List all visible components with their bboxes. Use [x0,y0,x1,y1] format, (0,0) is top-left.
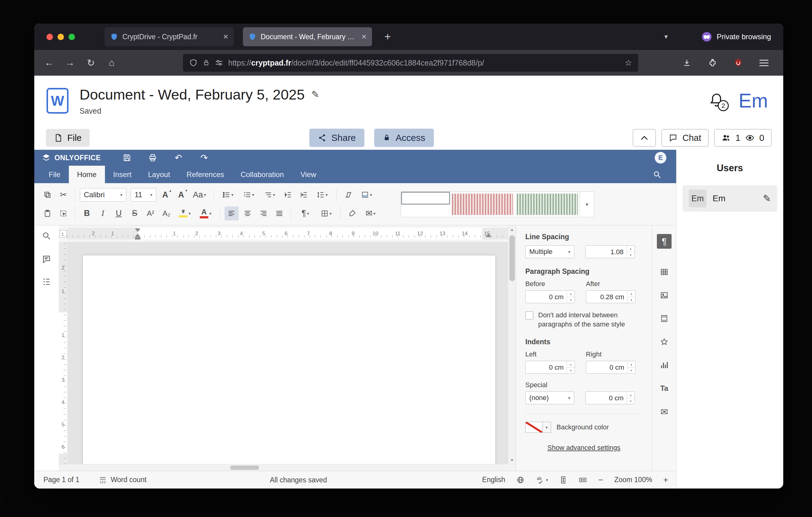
horizontal-scroll-thumb[interactable] [230,466,259,470]
shield-icon[interactable] [189,58,198,67]
comments-icon[interactable] [40,253,53,265]
spin-up-icon[interactable]: ▴ [627,392,635,398]
bullets-icon[interactable]: ▾ [219,188,237,202]
scroll-up-icon[interactable]: ▲ [508,225,516,234]
save-icon[interactable] [120,151,134,164]
font-name-select[interactable]: Calibri ▾ [80,188,126,201]
multilevel-list-icon[interactable]: ▾ [260,188,279,202]
home-icon[interactable]: ⌂ [103,54,120,72]
bold-icon[interactable]: B [80,207,94,220]
browser-tab-cryptdrive[interactable]: CryptDrive - CryptPad.fr × [105,27,234,46]
chat-button[interactable]: Chat [662,129,708,147]
collapse-toolbar-button[interactable] [633,129,656,147]
style-preview-1[interactable] [401,192,450,205]
document-page[interactable] [83,255,496,464]
ublock-icon[interactable] [729,54,747,72]
menu-references[interactable]: References [178,166,233,183]
spin-down-icon[interactable]: ▾ [567,297,575,303]
spin-down-icon[interactable]: ▾ [628,368,635,374]
menu-file[interactable]: File [40,166,69,183]
globe-icon[interactable] [516,475,525,484]
horizontal-scrollbar[interactable] [59,464,508,471]
hanging-indent-marker[interactable] [135,234,140,237]
image-settings-icon[interactable] [657,288,672,303]
language-selector[interactable]: English [482,475,505,484]
permissions-sliders-icon[interactable] [215,58,223,67]
downloads-icon[interactable] [678,54,696,72]
spacing-before-spinner[interactable]: 0 cm ▴▾ [525,290,575,303]
italic-icon[interactable]: I [96,207,110,220]
navigation-headings-icon[interactable] [40,276,53,288]
notifications-bell-icon[interactable]: 2 [708,92,726,109]
browser-tab-document[interactable]: Document - Wed, February 5, 2025 × [243,27,372,46]
paste-icon[interactable] [40,207,55,220]
bookmark-star-icon[interactable]: ☆ [625,58,632,68]
user-list-button[interactable]: 1 0 [714,129,772,147]
special-select[interactable]: (none) ▾ [525,391,574,404]
paragraph-settings-icon[interactable]: ¶ [657,234,672,249]
menu-home[interactable]: Home [69,166,105,183]
tab-close-icon[interactable]: × [361,32,367,42]
zoom-out-button[interactable]: − [598,475,603,485]
url-text[interactable]: https://cryptpad.fr/doc/#/3/doc/edit/ff0… [228,58,484,67]
table-settings-icon[interactable] [657,265,672,279]
special-amount-spinner[interactable]: 0 cm ▴▾ [585,391,635,404]
background-color-swatch[interactable] [525,422,543,433]
lock-icon[interactable] [203,59,210,66]
editor-user-avatar[interactable]: E [655,152,666,164]
style-preview-3[interactable] [515,192,580,217]
spin-down-icon[interactable]: ▾ [627,252,635,258]
vertical-scroll-thumb[interactable] [510,235,515,281]
spinner-arrows[interactable]: ▴▾ [627,291,635,303]
menu-hamburger-icon[interactable] [755,54,773,72]
superscript-icon[interactable]: A² [144,207,157,220]
spinner-arrows[interactable]: ▴▾ [627,361,635,373]
select-all-icon[interactable] [56,207,70,220]
print-icon[interactable] [146,151,160,164]
line-spacing-amount-spinner[interactable]: 1.08 ▴▾ [585,245,635,258]
edit-title-pencil-icon[interactable]: ✎ [312,89,319,100]
minimize-window-button[interactable] [58,34,64,40]
spin-down-icon[interactable]: ▾ [628,297,635,303]
indent-left-spinner[interactable]: 0 cm ▴▾ [525,361,575,374]
find-icon[interactable] [40,230,53,242]
scroll-down-icon[interactable]: ▼ [508,456,516,464]
menu-view[interactable]: View [292,166,325,183]
close-window-button[interactable] [47,34,53,40]
nonprinting-characters-icon[interactable]: ¶▾ [296,207,315,220]
style-preview-2[interactable] [450,192,515,217]
tab-close-icon[interactable]: × [223,32,228,42]
shape-settings-icon[interactable] [657,334,672,349]
undo-icon[interactable]: ↶ [172,151,185,164]
align-left-icon[interactable] [225,207,239,220]
list-tabs-chevron-icon[interactable]: ▾ [665,33,668,41]
font-size-select[interactable]: 11 ▾ [130,188,156,201]
spinner-arrows[interactable]: ▴▾ [567,361,575,373]
spin-up-icon[interactable]: ▴ [567,361,575,368]
spin-down-icon[interactable]: ▾ [627,398,635,404]
zoom-in-button[interactable]: + [663,475,668,485]
spin-down-icon[interactable]: ▾ [567,368,575,374]
copy-style-icon[interactable] [345,207,359,220]
align-justify-icon[interactable] [272,207,286,220]
redo-icon[interactable]: ↷ [197,151,211,164]
line-spacing-select[interactable]: Multiple ▾ [525,245,574,258]
maximize-window-button[interactable] [68,34,75,40]
extensions-puzzle-icon[interactable] [704,54,721,72]
spin-up-icon[interactable]: ▴ [627,246,635,252]
tab-stop-selector[interactable]: L [59,225,67,242]
underline-icon[interactable]: U [112,207,126,220]
vertical-scrollbar[interactable]: ▲ ▼ [508,225,516,464]
first-line-indent-marker[interactable] [135,228,140,232]
menu-layout[interactable]: Layout [140,166,178,183]
copy-icon[interactable] [40,188,55,202]
textart-settings-icon[interactable]: Ta [657,381,672,396]
line-spacing-icon[interactable]: ▾ [313,188,332,202]
strikethrough-icon[interactable]: S [127,207,142,220]
no-interval-checkbox[interactable] [525,311,533,320]
decrease-indent-icon[interactable] [281,188,295,202]
file-button[interactable]: File [46,129,90,147]
back-icon[interactable]: ← [40,54,58,72]
advanced-settings-link[interactable]: Show advanced settings [525,444,642,452]
forward-icon[interactable]: → [61,54,79,72]
